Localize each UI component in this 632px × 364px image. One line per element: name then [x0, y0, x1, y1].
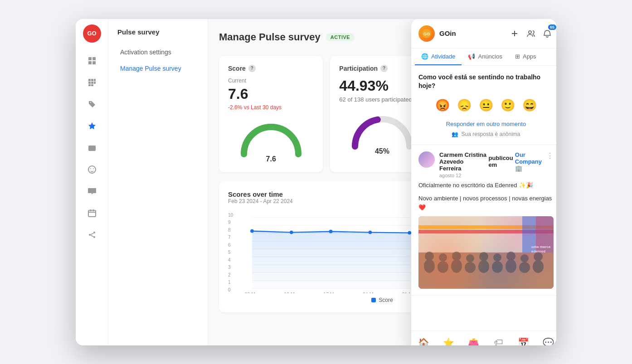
sidebar: GO — [76, 19, 108, 345]
emoji-angry[interactable]: 😡 — [434, 97, 451, 114]
survey-section: Como você está se sentindo no trabalho h… — [411, 66, 556, 145]
svg-point-29 — [290, 230, 293, 234]
add-icon[interactable] — [508, 27, 521, 40]
app-logo[interactable]: GO — [83, 24, 101, 43]
tab-anuncios-label: Anúncios — [478, 53, 502, 60]
photo-overlay — [418, 216, 554, 289]
tab-atividade-icon: 🌐 — [421, 53, 428, 60]
post-text-2: Novo ambiente | novos processos | novas … — [418, 194, 554, 212]
post-author: Carmem Cristina Azevedo Ferreira publico… — [439, 151, 542, 172]
anonymous-icon: 👥 — [452, 131, 458, 137]
sidebar-icon-tag[interactable] — [83, 95, 101, 113]
score-info-icon[interactable]: ? — [248, 65, 256, 72]
sidebar-icon-emoji[interactable] — [83, 160, 101, 179]
anonymous-note: 👥 Sua resposta é anônima — [418, 131, 554, 137]
svg-rect-1 — [92, 57, 96, 60]
tab-anuncios-icon: 📢 — [468, 53, 475, 60]
legend-score-dot — [371, 298, 376, 302]
chart-y-labels: 109876 543210 — [228, 212, 237, 293]
people-icon[interactable] — [525, 27, 537, 40]
score-gauge: 7.6 — [228, 118, 314, 163]
sidebar-icon-calendar[interactable] — [83, 204, 101, 222]
scores-subtitle: Feb 23 2024 - Apr 22 2024 — [228, 198, 293, 204]
svg-rect-12 — [88, 146, 96, 151]
sidebar-icon-grid[interactable] — [83, 52, 101, 70]
bottom-nav-star[interactable]: ⭐ — [436, 335, 461, 345]
notification-icon[interactable] — [541, 27, 554, 40]
svg-point-31 — [369, 230, 372, 234]
tab-atividade[interactable]: 🌐 Atividade — [415, 49, 462, 65]
bottom-nav-calendar[interactable]: 📅 — [511, 335, 536, 345]
goin-tabs: 🌐 Atividade 📢 Anúncios ⊞ Apps — [411, 49, 556, 66]
score-label: Current — [228, 78, 314, 84]
svg-rect-4 — [88, 79, 91, 81]
svg-rect-11 — [91, 84, 93, 86]
emoji-very-happy[interactable]: 😄 — [521, 97, 538, 114]
nav-item-manage[interactable]: Manage Pulse survey — [116, 61, 200, 76]
tab-apps-icon: ⊞ — [515, 53, 520, 60]
sidebar-icon-share[interactable] — [83, 226, 101, 244]
emoji-sad[interactable]: 😞 — [456, 97, 473, 114]
post-more-icon[interactable]: ⋮ — [546, 151, 554, 160]
emoji-happy[interactable]: 🙂 — [499, 97, 516, 114]
svg-rect-10 — [88, 84, 91, 86]
post-section: Carmem Cristina Azevedo Ferreira publico… — [411, 145, 556, 296]
score-card: Score ? Current 7.6 -2.6% vs Last 30 day… — [219, 56, 323, 172]
svg-point-15 — [90, 168, 91, 169]
svg-text:17 Mar: 17 Mar — [323, 291, 338, 293]
post-meta: Carmem Cristina Azevedo Ferreira publico… — [439, 151, 542, 178]
svg-rect-0 — [88, 57, 92, 60]
respond-later-link[interactable]: Responder em outro momento — [418, 121, 554, 127]
score-change: -2.6% vs Last 30 days — [228, 104, 314, 111]
bottom-nav-home[interactable]: 🏠 — [411, 335, 436, 345]
svg-rect-2 — [88, 61, 92, 64]
svg-rect-9 — [94, 82, 96, 84]
post-action: publicou em — [489, 155, 513, 168]
sidebar-icon-star[interactable] — [83, 117, 101, 135]
svg-text:03 Mar: 03 Mar — [244, 291, 259, 293]
svg-point-28 — [250, 229, 254, 233]
survey-question: Como você está se sentindo no trabalho h… — [418, 73, 554, 91]
goin-bottom-nav: 🏠 ⭐ 👛 🏷 📅 💬 — [411, 330, 556, 345]
svg-rect-7 — [88, 82, 91, 84]
svg-point-13 — [93, 148, 94, 149]
legend-score-label: Score — [379, 297, 393, 303]
bottom-nav-chat[interactable]: 💬 — [536, 335, 556, 345]
svg-point-32 — [408, 231, 411, 234]
sidebar-icon-chat[interactable] — [83, 182, 101, 200]
participation-info-icon[interactable]: ? — [380, 65, 388, 72]
participation-gauge-label: 45% — [375, 147, 389, 155]
post-text-1: Oficialmente no escritório da Edenred ✨🎉 — [418, 181, 554, 190]
tab-apps[interactable]: ⊞ Apps — [509, 49, 543, 65]
bottom-nav-tag[interactable]: 🏷 — [486, 335, 511, 345]
sidebar-icon-wallet[interactable] — [83, 139, 101, 157]
emoji-row: 😡 😞 😐 🙂 😄 — [418, 97, 554, 114]
post-company: Our Company 🏢 — [515, 151, 542, 172]
score-gauge-label: 7.6 — [266, 155, 276, 163]
left-navigation: Pulse survey Activation settings Manage … — [108, 19, 208, 345]
post-image: uma marca edenred — [418, 216, 554, 289]
svg-text:GO: GO — [423, 32, 430, 36]
bottom-nav-wallet[interactable]: 👛 — [461, 335, 486, 345]
svg-point-45 — [529, 31, 531, 34]
svg-text:24 Mar: 24 Mar — [363, 291, 378, 293]
svg-text:10 Mar: 10 Mar — [284, 291, 299, 293]
page-title-row: Manage Pulse survey ACTIVE — [219, 31, 355, 43]
left-nav-title: Pulse survey — [116, 28, 200, 36]
page-title: Manage Pulse survey — [219, 31, 321, 43]
scores-title: Scores over time — [228, 190, 293, 198]
goin-header: GO GOin — [411, 19, 556, 49]
sidebar-icon-apps[interactable] — [83, 73, 101, 92]
anonymous-text: Sua resposta é anônima — [461, 131, 520, 137]
goin-panel: GO GOin — [411, 19, 556, 345]
svg-rect-6 — [94, 79, 96, 81]
score-value: 7.6 — [228, 86, 314, 102]
goin-title: GOin — [439, 29, 504, 37]
svg-rect-3 — [92, 61, 96, 64]
post-header: Carmem Cristina Azevedo Ferreira publico… — [418, 151, 554, 178]
emoji-neutral[interactable]: 😐 — [477, 97, 495, 114]
nav-item-activation[interactable]: Activation settings — [116, 45, 200, 59]
svg-rect-8 — [91, 82, 93, 84]
svg-point-16 — [93, 168, 94, 169]
tab-anuncios[interactable]: 📢 Anúncios — [462, 49, 508, 65]
